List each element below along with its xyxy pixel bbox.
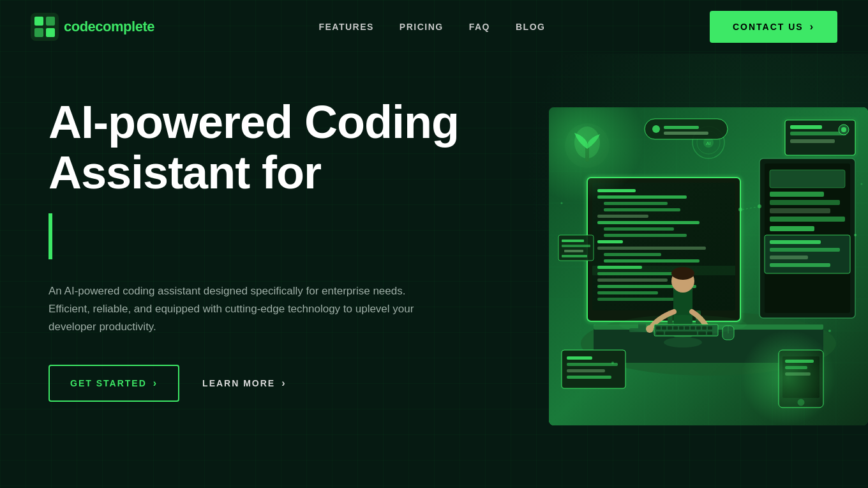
hero-illustration: AI [549, 107, 868, 425]
svg-rect-40 [604, 253, 661, 256]
svg-rect-2 [46, 17, 55, 26]
nav-item-blog[interactable]: BLOG [516, 22, 545, 32]
logo-text: codecomplete [64, 19, 154, 35]
svg-rect-51 [770, 170, 845, 188]
hero-title: AI-powered Coding Assistant for [49, 97, 470, 198]
svg-rect-118 [562, 255, 587, 257]
svg-point-120 [758, 204, 761, 208]
svg-rect-37 [604, 234, 687, 237]
hero-content: AI-powered Coding Assistant for An AI-po… [49, 84, 470, 402]
learn-more-button[interactable]: LEARN MORE › [202, 377, 286, 389]
scene-svg: AI [549, 107, 868, 425]
svg-rect-32 [604, 202, 668, 205]
logo-icon [31, 13, 59, 41]
logo-link[interactable]: codecomplete [31, 13, 154, 41]
svg-point-130 [861, 183, 863, 185]
svg-point-123 [652, 125, 660, 133]
nav-item-faq[interactable]: FAQ [469, 22, 490, 32]
svg-point-93 [671, 267, 694, 280]
svg-rect-61 [770, 263, 830, 267]
svg-rect-41 [604, 259, 700, 263]
illustration-scene: AI [549, 107, 868, 425]
svg-rect-124 [664, 126, 699, 129]
svg-rect-36 [604, 227, 674, 231]
svg-rect-46 [597, 291, 658, 294]
svg-rect-117 [564, 250, 583, 252]
svg-rect-52 [770, 192, 824, 197]
svg-point-113 [619, 315, 747, 334]
logo-text-part2: complete [95, 19, 154, 34]
svg-point-126 [611, 362, 614, 364]
hero-description: An AI-powered coding assistant designed … [49, 282, 419, 336]
logo-text-part1: code [64, 19, 95, 34]
svg-rect-3 [34, 28, 43, 37]
svg-rect-125 [664, 132, 708, 135]
svg-point-78 [798, 399, 804, 406]
learn-more-label: LEARN MORE [202, 378, 275, 388]
svg-rect-115 [562, 240, 584, 242]
svg-rect-54 [770, 208, 830, 213]
svg-rect-31 [597, 195, 687, 199]
svg-rect-65 [790, 139, 835, 143]
contact-button-label: CONTACT US [733, 22, 804, 32]
svg-rect-63 [790, 125, 822, 129]
get-started-label: GET STARTED [70, 378, 147, 388]
svg-rect-72 [567, 376, 611, 379]
svg-point-86 [664, 337, 702, 347]
get-started-chevron-icon: › [153, 377, 158, 389]
svg-point-67 [841, 127, 846, 132]
svg-rect-60 [770, 255, 808, 259]
svg-text:AI: AI [706, 141, 711, 146]
contact-button[interactable]: CONTACT US › [710, 11, 837, 43]
svg-point-119 [738, 208, 742, 211]
svg-rect-58 [770, 240, 821, 244]
hero-title-line1: AI-powered Coding [49, 96, 459, 148]
svg-rect-39 [597, 247, 706, 250]
learn-more-chevron-icon: › [281, 377, 286, 389]
svg-rect-116 [562, 245, 590, 247]
svg-point-128 [854, 234, 857, 236]
nav-item-pricing[interactable]: PRICING [400, 22, 444, 32]
svg-rect-59 [770, 248, 840, 252]
hero-section: AI-powered Coding Assistant for An AI-po… [0, 54, 868, 488]
hero-buttons: GET STARTED › LEARN MORE › [49, 365, 470, 402]
svg-rect-69 [567, 356, 592, 360]
nav-links: FEATURES PRICING FAQ BLOG [318, 21, 545, 33]
svg-rect-44 [597, 278, 668, 282]
svg-rect-64 [790, 132, 846, 135]
hero-image-wrapper: AI [542, 107, 868, 427]
svg-rect-75 [785, 360, 814, 363]
get-started-button[interactable]: GET STARTED › [49, 365, 179, 402]
svg-rect-4 [46, 28, 55, 37]
svg-rect-1 [34, 17, 43, 26]
cursor-blink [49, 213, 52, 259]
svg-point-127 [828, 330, 831, 332]
svg-rect-56 [770, 226, 814, 231]
svg-point-129 [561, 202, 563, 204]
svg-rect-77 [785, 372, 811, 376]
svg-rect-55 [770, 217, 845, 222]
hero-title-line2: Assistant for [49, 148, 470, 198]
svg-rect-53 [770, 200, 840, 205]
svg-rect-71 [567, 369, 605, 372]
svg-rect-35 [597, 221, 700, 224]
svg-rect-38 [597, 240, 623, 243]
svg-rect-30 [597, 189, 636, 192]
nav-item-features[interactable]: FEATURES [318, 22, 373, 32]
svg-rect-34 [597, 215, 648, 218]
svg-rect-76 [785, 366, 807, 369]
svg-rect-33 [604, 208, 680, 211]
svg-rect-70 [567, 363, 618, 366]
svg-rect-48 [592, 266, 735, 275]
navigation: codecomplete FEATURES PRICING FAQ BLOG C… [0, 0, 868, 54]
contact-chevron-icon: › [810, 21, 814, 33]
